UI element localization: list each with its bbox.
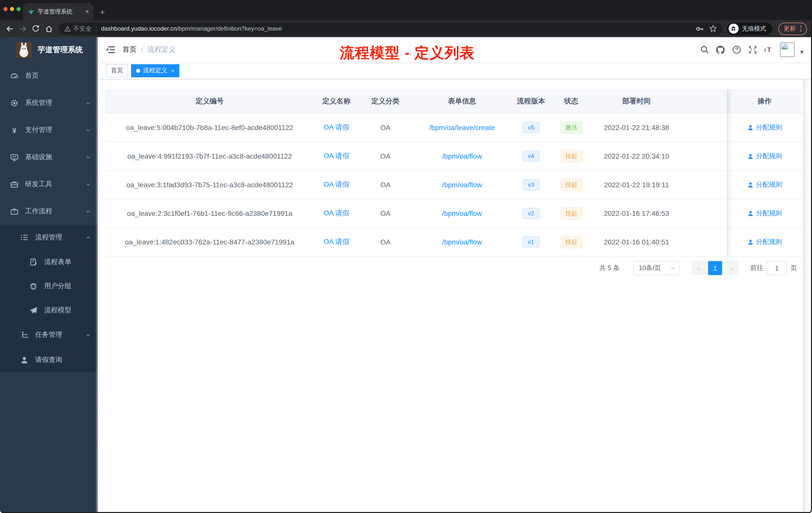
avatar-caret-icon[interactable]: ▾ — [800, 44, 804, 56]
home-icon[interactable] — [43, 23, 54, 34]
bookmark-star-icon[interactable] — [709, 25, 717, 33]
app-logo: 芋道管理系统 — [0, 37, 98, 62]
active-dot — [136, 68, 140, 72]
definition-name-link[interactable]: OA 请假 — [324, 123, 349, 131]
chevron-down-icon — [85, 332, 91, 338]
font-size-icon[interactable]: TT — [764, 45, 774, 55]
deploy-time: 2022-01-16 01:40:51 — [592, 238, 680, 246]
zoom-window-button[interactable] — [17, 7, 21, 11]
definition-name-link[interactable]: OA 请假 — [324, 152, 349, 160]
definition-id: oa_leave:4:991f2193-7b7f-11ec-a3c8-acde4… — [106, 152, 314, 160]
page-size-select[interactable]: 10条/页 — [633, 261, 680, 275]
browser-toolbar: 不安全 | dashboard.yudao.iocoder.cn/bpm/man… — [0, 20, 811, 37]
form-link[interactable]: /bpm/oa/flow — [442, 152, 482, 160]
warning-icon — [64, 25, 71, 32]
assign-rule-button[interactable]: 分配规则 — [747, 237, 782, 246]
prev-page-button[interactable]: ‹ — [692, 261, 705, 275]
table-row: oa_leave:5:004b710b-7b8a-11ec-8ef0-acde4… — [106, 114, 802, 142]
minimize-window-button[interactable] — [10, 7, 14, 11]
sidebar-item-process-form[interactable]: 流程表单 — [0, 250, 98, 274]
search-icon[interactable] — [700, 45, 709, 55]
tab-title: 芋道管理系统 — [38, 8, 82, 15]
list-icon — [20, 233, 29, 242]
sidebar-item-leave-query[interactable]: 请假查询 — [0, 348, 98, 372]
forward-icon[interactable] — [17, 23, 28, 34]
assign-rule-button[interactable]: 分配规则 — [747, 152, 782, 161]
status-badge: 挂起 — [560, 207, 582, 220]
definition-table: 定义编号 定义名称 定义分类 表单信息 流程版本 状态 部署时间 操作 oa_l… — [106, 89, 802, 256]
form-link[interactable]: /bpm/oa/flow — [442, 181, 482, 189]
app-title: 芋道管理系统 — [38, 45, 83, 55]
browser-menu-icon[interactable] — [800, 26, 802, 32]
sidebar-item-infrastructure[interactable]: 基础设施 — [0, 144, 98, 171]
definition-category: OA — [359, 209, 412, 217]
person-icon — [20, 356, 29, 364]
logo-rabbit-image — [16, 42, 32, 58]
current-page[interactable]: 1 — [708, 261, 722, 275]
sidebar-item-user-group[interactable]: 用户分组 — [0, 274, 98, 298]
breadcrumb-home[interactable]: 首页 — [122, 45, 137, 54]
chevron-down-icon — [85, 100, 91, 105]
url-divider: | — [95, 25, 97, 32]
sidebar-item-devtools[interactable]: 研发工具 — [0, 171, 98, 198]
table-row: oa_leave:2:3c1f0ef1-76b1-11ec-9c66-a2380… — [106, 199, 802, 228]
table-header-row: 定义编号 定义名称 定义分类 表单信息 流程版本 状态 部署时间 操作 — [106, 89, 802, 114]
version-badge: v5 — [523, 122, 539, 133]
version-badge: v1 — [523, 236, 539, 247]
chevron-up-icon — [85, 235, 91, 240]
definition-name-link[interactable]: OA 请假 — [324, 237, 349, 245]
main-area: 流程模型 - 定义列表 首页 / 流程定义 — [98, 37, 811, 513]
deploy-time: 2022-01-22 21:48:38 — [592, 123, 680, 131]
assign-rule-button[interactable]: 分配规则 — [747, 180, 782, 189]
browser-update-button[interactable]: 更新 — [778, 22, 807, 35]
form-link[interactable]: /bpm/oa/flow — [442, 238, 482, 246]
reload-icon[interactable] — [30, 23, 41, 34]
user-group-icon — [29, 282, 38, 291]
url-text[interactable]: dashboard.yudao.iocoder.cn/bpm/manager/d… — [101, 25, 282, 32]
page-unit-label: 页 — [790, 264, 797, 273]
tree-branch-icon — [20, 331, 29, 339]
definition-category: OA — [359, 238, 412, 246]
security-indicator[interactable]: 不安全 — [64, 24, 91, 33]
tag-process-definition[interactable]: 流程定义 × — [131, 64, 179, 77]
help-icon[interactable] — [732, 45, 742, 55]
incognito-badge: 无痕模式 — [727, 22, 772, 35]
hamburger-icon[interactable] — [106, 45, 116, 55]
password-key-icon[interactable] — [695, 24, 704, 33]
browser-tab[interactable]: 芋道管理系统 × — [23, 3, 93, 20]
definition-name-link[interactable]: OA 请假 — [324, 180, 349, 188]
form-link[interactable]: /bpm/oa/flow — [442, 209, 482, 217]
deploy-time: 2022-01-16 17:46:53 — [592, 209, 680, 217]
sidebar-scroll-fade — [95, 37, 100, 513]
sidebar-item-task-management[interactable]: 任务管理 — [0, 322, 98, 348]
sidebar-item-process-model[interactable]: 流程模型 — [0, 298, 98, 322]
definition-category: OA — [359, 152, 412, 160]
address-bar[interactable]: 不安全 | dashboard.yudao.iocoder.cn/bpm/man… — [59, 22, 722, 35]
avatar[interactable] — [780, 42, 795, 57]
assign-rule-button[interactable]: 分配规则 — [747, 209, 782, 218]
tag-close-icon[interactable]: × — [171, 67, 174, 73]
fullscreen-icon[interactable] — [748, 45, 757, 55]
sidebar-item-system[interactable]: 系统管理 — [0, 89, 98, 117]
tags-view: 首页 流程定义 × — [98, 62, 811, 79]
close-window-button[interactable] — [3, 7, 7, 11]
sidebar-item-process-management[interactable]: 流程管理 — [0, 225, 98, 250]
tab-close-icon[interactable]: × — [85, 8, 89, 15]
assign-rule-button[interactable]: 分配规则 — [747, 123, 782, 132]
sidebar-item-workflow[interactable]: 工作流程 — [0, 198, 98, 225]
sidebar-item-payment[interactable]: ¥ 支付管理 — [0, 117, 98, 144]
next-page-button[interactable]: › — [725, 261, 739, 275]
definition-name-link[interactable]: OA 请假 — [324, 209, 349, 217]
goto-page-input[interactable]: 1 — [767, 261, 787, 275]
sidebar-item-home[interactable]: 首页 — [0, 62, 98, 89]
github-icon[interactable] — [716, 45, 725, 55]
tag-home[interactable]: 首页 — [106, 64, 128, 77]
new-tab-button[interactable]: + — [100, 8, 105, 17]
status-badge: 挂起 — [560, 150, 582, 162]
breadcrumb-current: 流程定义 — [148, 45, 176, 54]
table-row: oa_leave:1:482ec033-762a-11ec-8477-a2380… — [106, 228, 802, 256]
chevron-down-icon — [85, 181, 91, 187]
back-icon[interactable] — [4, 23, 15, 34]
table-row: oa_leave:4:991f2193-7b7f-11ec-a3c8-acde4… — [106, 142, 802, 171]
form-link[interactable]: /bpm/oa/leave/create — [429, 123, 495, 131]
